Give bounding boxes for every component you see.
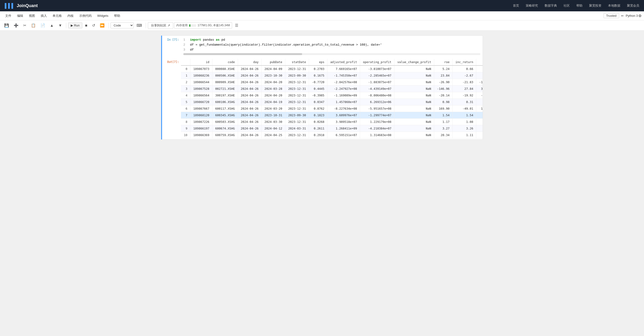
copy-button[interactable]: 📋	[29, 22, 38, 29]
col-header-eps: eps	[309, 59, 328, 65]
table-cell: NaN	[394, 86, 434, 92]
table-cell: 600117.XSHG	[212, 105, 238, 112]
cell-type-select[interactable]: Code Markdown Raw	[110, 22, 134, 28]
col-header-code: code	[212, 59, 238, 65]
table-cell: -4.439149e+07	[360, 86, 394, 92]
main-content: In [7]: 1 import pandas as pd	[0, 31, 644, 336]
table-cell: 2024-04-20	[262, 79, 285, 86]
nav-community[interactable]: 社区	[564, 3, 570, 8]
table-cell: -0.3985	[309, 92, 328, 99]
table-cell: -5.951657e+08	[360, 105, 394, 112]
line-num-1: 1	[183, 38, 188, 42]
table-cell: -3.810073e+07	[360, 65, 394, 72]
table-cell: -8.227634e+08	[328, 105, 360, 112]
table-cell: 189866197	[190, 125, 212, 132]
table-cell: 0.2918	[309, 132, 328, 139]
table-cell: 189866720	[190, 99, 212, 105]
nav-help[interactable]: 帮助	[576, 3, 582, 8]
table-cell: 1.17	[434, 119, 452, 125]
add-cell-button[interactable]: ➕	[12, 22, 20, 29]
table-cell: 3.989518e+07	[328, 119, 360, 125]
table-cell: 2024-04-26	[238, 112, 262, 119]
table-cell: 600503.XSHG	[212, 119, 238, 125]
table-cell: 9.29	[476, 132, 483, 139]
output-content[interactable]: id code day pubDate statDate eps adjuste…	[181, 58, 483, 139]
table-cell: 2	[181, 79, 190, 86]
table-cell: -0.7720	[309, 79, 328, 86]
line-num-3: 3	[183, 47, 188, 52]
col-header-index	[181, 59, 190, 65]
table-cell: 2023-12-31	[285, 99, 309, 105]
run-icon: ▶	[71, 24, 73, 27]
nav-member[interactable]: 聚宽会员	[627, 3, 639, 8]
code-scroll-bar[interactable]	[183, 53, 480, 55]
table-cell: 1.229179e+08	[360, 119, 394, 125]
menu-examples[interactable]: 示例代码	[77, 13, 94, 19]
table-cell: 2024-03-30	[262, 119, 285, 125]
table-cell: 2024-04-26	[238, 86, 262, 92]
table-row: 1189868236000506.XSHE2024-04-262023-10-3…	[181, 72, 483, 79]
table-cell: 3.21	[476, 65, 483, 72]
menu-edit[interactable]: 编辑	[15, 13, 26, 19]
nav-local-data[interactable]: 本地数据	[608, 3, 620, 8]
mem-usage[interactable]: 内存使用 177M/1.0G, 本篇145.34M	[174, 22, 232, 29]
menu-view[interactable]: 视图	[26, 13, 38, 19]
table-cell: 10	[181, 132, 190, 139]
run-label: Run	[74, 24, 80, 27]
table-cell: 1.457860e+07	[328, 99, 360, 105]
move-up-button[interactable]: ▲	[48, 22, 56, 29]
table-cell: -1.299774e+07	[360, 112, 394, 119]
paste-button[interactable]: 📄	[38, 22, 47, 29]
table-cell: 18.96	[476, 105, 483, 112]
table-cell: -4.210384e+07	[360, 125, 394, 132]
table-cell: 2024-04-25	[262, 132, 285, 139]
table-cell: 2023-10-31	[262, 112, 285, 119]
table-cell: 2024-04-19	[262, 99, 285, 105]
menu-kernel[interactable]: 内核	[65, 13, 76, 19]
table-cell: 0.8762	[309, 105, 328, 112]
settings-button[interactable]: ☰	[233, 22, 240, 29]
table-cell: NaN	[394, 79, 434, 86]
table-cell: 27.84	[452, 86, 476, 92]
table-cell: 0.68	[476, 99, 483, 105]
menu-cell[interactable]: 单元格	[50, 13, 64, 19]
table-cell: 1.08	[452, 119, 476, 125]
fast-forward-button[interactable]: ⏩	[98, 22, 106, 29]
menu-help[interactable]: 帮助	[112, 13, 122, 19]
move-down-button[interactable]: ▼	[56, 22, 64, 29]
nav-strategy[interactable]: 策略研究	[526, 3, 538, 8]
table-cell: NaN	[394, 112, 434, 119]
logo[interactable]: ▌▌▌ JoinQuant	[5, 3, 38, 8]
cut-button[interactable]: ✂	[21, 22, 28, 29]
cell-input[interactable]: 1 import pandas as pd 2 df = get_fundame…	[181, 36, 483, 58]
keyword-import: import	[190, 38, 201, 42]
logo-text: JoinQuant	[17, 3, 38, 8]
table-row: 3189867528002721.XSHE2024-04-262024-03-2…	[181, 86, 483, 92]
nav-links: 首页 策略研究 数据字典 社区 帮助 聚宽投资 本地数据 聚宽会员	[513, 3, 639, 8]
code-line-1-text: import pandas as pd	[190, 38, 225, 42]
menu-widgets[interactable]: Widgets	[95, 13, 111, 18]
mem-value: 177M/1.0G, 本篇145.34M	[198, 23, 230, 27]
table-cell: -2.247927e+08	[328, 86, 360, 92]
table-cell: 6.269312e+06	[360, 99, 394, 105]
menu-insert[interactable]: 插入	[38, 13, 49, 19]
edit-icon[interactable]: ✏	[621, 14, 624, 18]
table-cell: 189868236	[190, 72, 212, 79]
run-button[interactable]: ▶ Run	[68, 22, 82, 28]
table-cell: 000088.XSHE	[212, 65, 238, 72]
share-button[interactable]: 分享到社区 ↗	[148, 22, 173, 29]
table-cell: 2023-09-30	[285, 112, 309, 119]
table-row: 10189866369600759.XSHG2024-04-262024-04-…	[181, 132, 483, 139]
stop-button[interactable]: ■	[83, 22, 90, 29]
nav-data-dict[interactable]: 数据字典	[545, 3, 557, 8]
nav-invest[interactable]: 聚宽投资	[589, 3, 602, 8]
menu-file[interactable]: 文件	[3, 13, 14, 19]
cell-in-prompt: In [7]:	[162, 36, 181, 44]
nav-home[interactable]: 首页	[513, 3, 519, 8]
table-cell: -8.006480e+08	[360, 92, 394, 99]
restart-button[interactable]: ↺	[90, 22, 97, 29]
save-button[interactable]: 💾	[2, 22, 11, 29]
table-cell: 3	[181, 86, 190, 92]
col-header-vc-profit: value_change_profit	[394, 59, 434, 65]
keyboard-button[interactable]: ⌨	[134, 22, 144, 29]
